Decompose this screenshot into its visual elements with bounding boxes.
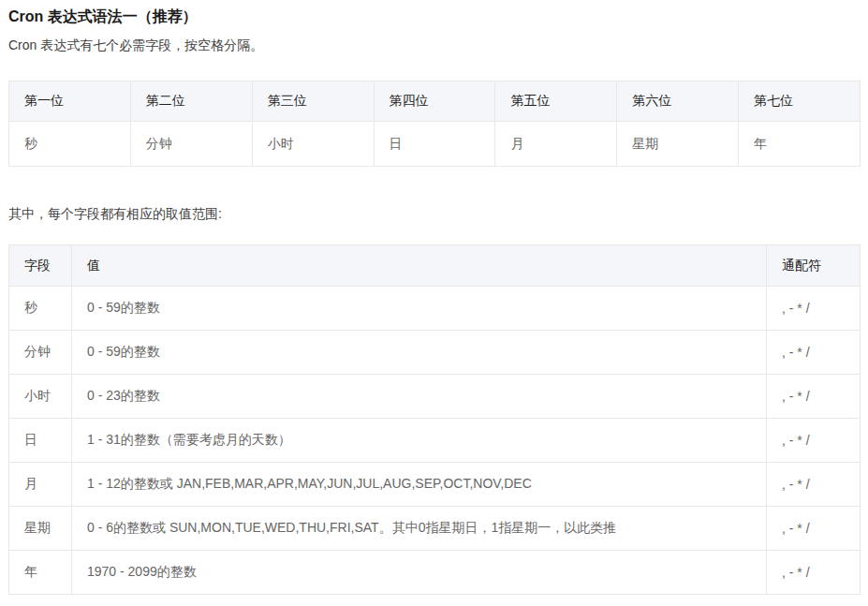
cron-doc-page: Cron 表达式语法一（推荐） Cron 表达式有七个必需字段，按空格分隔。 第… [0,0,868,595]
field-value-cell: 0 - 6的整数或 SUN,MON,TUE,WED,THU,FRI,SAT。其中… [72,507,767,551]
positions-value-cell-6: 星期 [617,122,739,167]
table-row-minutes: 分钟 0 - 59的整数 , - * / [9,331,861,375]
table-row-hours: 小时 0 - 23的整数 , - * / [9,375,861,419]
field-wildcard-cell: , - * / [767,551,861,595]
cron-positions-table: 第一位 第二位 第三位 第四位 第五位 第六位 第七位 秒 分钟 小时 日 月 … [8,81,861,167]
positions-header-cell-1: 第一位 [9,81,131,122]
fields-header-wildcard: 通配符 [767,245,861,287]
table-row-day: 日 1 - 31的整数（需要考虑月的天数） , - * / [9,419,861,463]
field-wildcard-cell: , - * / [767,331,861,375]
positions-header-row: 第一位 第二位 第三位 第四位 第五位 第六位 第七位 [9,81,861,122]
table-row-weekday: 星期 0 - 6的整数或 SUN,MON,TUE,WED,THU,FRI,SAT… [9,507,861,551]
positions-header-cell-3: 第三位 [252,81,374,122]
field-name-cell: 日 [9,419,72,463]
field-value-cell: 1 - 12的整数或 JAN,FEB,MAR,APR,MAY,JUN,JUL,A… [72,463,767,507]
field-name-cell: 分钟 [9,331,72,375]
field-name-cell: 秒 [9,287,72,331]
positions-header-cell-5: 第五位 [495,81,617,122]
table-row-month: 月 1 - 12的整数或 JAN,FEB,MAR,APR,MAY,JUN,JUL… [9,463,861,507]
positions-header-cell-2: 第二位 [130,81,252,122]
field-name-cell: 星期 [9,507,72,551]
field-wildcard-cell: , - * / [767,375,861,419]
positions-header-cell-6: 第六位 [617,81,739,122]
field-value-cell: 1 - 31的整数（需要考虑月的天数） [72,419,767,463]
field-name-cell: 年 [9,551,72,595]
field-value-cell: 0 - 59的整数 [72,331,767,375]
field-wildcard-cell: , - * / [767,507,861,551]
table-row-seconds: 秒 0 - 59的整数 , - * / [9,287,861,331]
field-value-cell: 1970 - 2099的整数 [72,551,767,595]
field-name-cell: 小时 [9,375,72,419]
range-note-paragraph: 其中，每个字段都有相应的取值范围: [8,206,860,222]
positions-value-cell-7: 年 [739,122,861,167]
positions-value-cell-2: 分钟 [130,122,252,167]
fields-header-row: 字段 值 通配符 [9,245,861,287]
field-wildcard-cell: , - * / [767,419,861,463]
fields-header-field: 字段 [9,245,72,287]
page-title: Cron 表达式语法一（推荐） [8,7,860,25]
positions-value-cell-3: 小时 [252,122,374,167]
positions-value-cell-4: 日 [374,122,495,167]
positions-value-cell-5: 月 [495,122,617,167]
field-wildcard-cell: , - * / [767,463,861,507]
positions-header-cell-7: 第七位 [739,81,861,122]
positions-value-cell-1: 秒 [9,122,131,167]
field-value-cell: 0 - 59的整数 [72,287,767,331]
intro-paragraph: Cron 表达式有七个必需字段，按空格分隔。 [8,37,860,53]
table-row-year: 年 1970 - 2099的整数 , - * / [9,551,861,595]
cron-fields-table: 字段 值 通配符 秒 0 - 59的整数 , - * / 分钟 0 - 59的整… [8,244,861,595]
fields-header-value: 值 [72,245,767,287]
field-wildcard-cell: , - * / [767,287,861,331]
field-value-cell: 0 - 23的整数 [72,375,767,419]
field-name-cell: 月 [9,463,72,507]
positions-header-cell-4: 第四位 [374,81,495,122]
positions-value-row: 秒 分钟 小时 日 月 星期 年 [9,122,861,167]
